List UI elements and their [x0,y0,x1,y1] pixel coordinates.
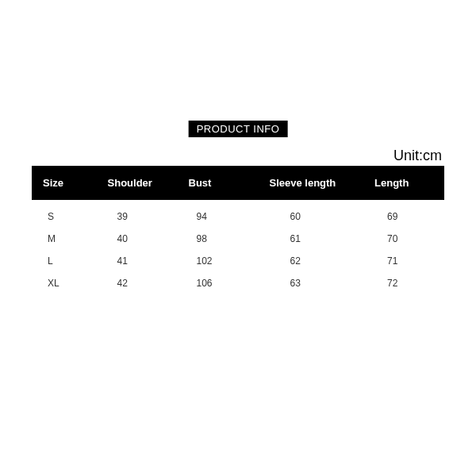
product-info-badge: PRODUCT INFO [189,121,288,137]
table-header-row: Size Shoulder Bust Sleeve length Length [32,166,444,200]
col-sleeve-length: Sleeve length [258,166,363,200]
col-bust: Bust [178,166,259,200]
table-row: M 40 98 61 70 [32,228,444,250]
cell-shoulder: 42 [97,272,178,294]
cell-length: 69 [363,200,444,228]
cell-sleeve: 63 [258,272,363,294]
cell-size: M [32,228,97,250]
cell-sleeve: 62 [258,250,363,272]
cell-size: S [32,200,97,228]
col-length: Length [363,166,444,200]
cell-sleeve: 61 [258,228,363,250]
cell-bust: 106 [178,272,259,294]
cell-size: XL [32,272,97,294]
cell-size: L [32,250,97,272]
cell-length: 72 [363,272,444,294]
cell-length: 71 [363,250,444,272]
cell-bust: 102 [178,250,259,272]
cell-shoulder: 41 [97,250,178,272]
cell-shoulder: 39 [97,200,178,228]
size-table: Size Shoulder Bust Sleeve length Length … [32,166,444,294]
cell-shoulder: 40 [97,228,178,250]
size-table-container: Size Shoulder Bust Sleeve length Length … [32,166,444,294]
table-row: S 39 94 60 69 [32,200,444,228]
cell-length: 70 [363,228,444,250]
unit-label: Unit:cm [393,148,442,164]
cell-bust: 94 [178,200,259,228]
cell-bust: 98 [178,228,259,250]
col-size: Size [32,166,97,200]
col-shoulder: Shoulder [97,166,178,200]
table-row: L 41 102 62 71 [32,250,444,272]
cell-sleeve: 60 [258,200,363,228]
table-row: XL 42 106 63 72 [32,272,444,294]
